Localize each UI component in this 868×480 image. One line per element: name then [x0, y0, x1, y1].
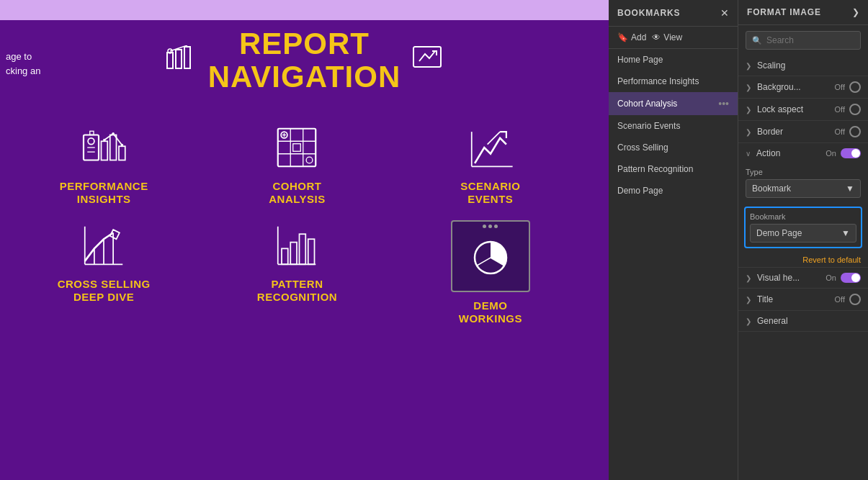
svg-point-6 — [88, 138, 94, 145]
bookmark-dropdown-arrow: ▼ — [841, 228, 850, 238]
background-row[interactable]: ❯ Backgrou... Off — [738, 76, 868, 98]
bookmarks-view-button[interactable]: 👁 View — [652, 32, 682, 42]
nav-item-performance-insights[interactable]: PERFORMANCE INSIGHTS — [14, 122, 193, 206]
bookmarks-list: Home Page Performance Insights Cohort An… — [609, 49, 738, 480]
action-row[interactable]: ∨ Action On — [738, 143, 868, 163]
type-section: Type Bookmark ▼ — [738, 163, 868, 202]
bookmark-dropdown[interactable]: Demo Page ▼ — [750, 224, 856, 243]
action-toggle[interactable] — [841, 148, 861, 158]
nav-item-demo-workings[interactable]: DEMO WORKINGS — [401, 220, 580, 325]
svg-rect-36 — [282, 249, 288, 265]
general-chevron: ❯ — [746, 317, 751, 325]
svg-rect-2 — [184, 47, 190, 68]
lock-aspect-row[interactable]: ❯ Lock aspect Off — [738, 99, 868, 120]
visual-header-toggle[interactable] — [841, 273, 861, 283]
visual-header-label: Visual he... — [757, 273, 821, 283]
title-toggle[interactable] — [849, 294, 861, 305]
search-icon: 🔍 — [752, 36, 762, 45]
title-chevron: ❯ — [746, 296, 751, 304]
border-toggle[interactable] — [849, 126, 861, 137]
bookmark-item-demo[interactable]: Demo Page — [609, 180, 738, 201]
cohort-dots: ••• — [718, 98, 729, 109]
bg-toggle[interactable] — [849, 81, 861, 93]
title-value: Off — [835, 295, 845, 304]
header-section: REPORT NAVIGATION — [0, 20, 609, 94]
title-row[interactable]: ❯ Title Off — [738, 289, 868, 310]
visual-header-chevron: ❯ — [746, 274, 751, 282]
bookmarks-actions: 🔖 Add 👁 View — [609, 27, 738, 49]
bookmark-item-performance[interactable]: Performance Insights — [609, 71, 738, 92]
svg-rect-16 — [278, 129, 316, 167]
bookmarks-header: BOOKMARKS ✕ — [609, 0, 738, 27]
visual-header-section: ❯ Visual he... On — [738, 268, 868, 289]
format-chevron-icon: ❯ — [852, 7, 859, 17]
nav-grid: PERFORMANCE INSIGHTS COHORT ANALYSIS — [0, 101, 609, 332]
background-section: ❯ Backgrou... Off — [738, 76, 868, 99]
bookmarks-add-button[interactable]: 🔖 Add — [617, 32, 646, 42]
scaling-section: ❯ Scaling — [738, 55, 868, 76]
nav-item-cohort-analysis[interactable]: COHORT ANALYSIS — [207, 122, 386, 206]
demo-box-header — [452, 225, 529, 228]
border-row[interactable]: ❯ Border Off — [738, 121, 868, 142]
lock-chevron: ❯ — [746, 106, 751, 114]
format-panel-title: FORMAT IMAGE — [747, 7, 821, 17]
visual-header-row[interactable]: ❯ Visual he... On — [738, 268, 868, 288]
demo-box — [451, 220, 530, 292]
visual-header-value: On — [826, 273, 836, 282]
format-panel-header: FORMAT IMAGE ❯ — [738, 0, 868, 25]
svg-rect-24 — [293, 144, 301, 152]
lock-aspect-section: ❯ Lock aspect Off — [738, 99, 868, 121]
title-label: Title — [757, 294, 831, 304]
nav-item-cross-selling[interactable]: CROSS SELLING DEEP DIVE — [14, 220, 193, 325]
scaling-row[interactable]: ❯ Scaling — [738, 55, 868, 76]
general-row[interactable]: ❯ General — [738, 311, 868, 331]
svg-point-25 — [307, 158, 313, 164]
svg-point-13 — [103, 139, 106, 142]
bookmark-item-home[interactable]: Home Page — [609, 49, 738, 71]
type-dropdown[interactable]: Bookmark ▼ — [746, 179, 861, 198]
svg-rect-37 — [291, 243, 297, 265]
type-dropdown-arrow: ▼ — [846, 184, 854, 194]
action-value: On — [826, 149, 836, 158]
bg-label: Backgrou... — [757, 82, 831, 92]
svg-rect-10 — [102, 142, 108, 160]
lock-toggle[interactable] — [849, 104, 861, 115]
bookmark-item-cohort[interactable]: Cohort Analysis ••• — [609, 92, 738, 115]
bg-chevron: ❯ — [746, 83, 751, 91]
nav-label-cross-selling: CROSS SELLING DEEP DIVE — [58, 278, 151, 304]
border-label: Border — [757, 127, 831, 137]
general-label: General — [757, 316, 861, 326]
search-input[interactable] — [766, 35, 854, 45]
general-section: ❯ General — [738, 311, 868, 332]
bookmarks-title: BOOKMARKS — [617, 8, 680, 18]
border-value: Off — [835, 127, 845, 136]
lock-value: Off — [835, 105, 845, 114]
header-icon-right — [412, 45, 442, 76]
format-panel: FORMAT IMAGE ❯ 🔍 ❯ Scaling ❯ Backgrou...… — [738, 0, 868, 480]
action-section: ∨ Action On Type Bookmark ▼ Bookmark D — [738, 143, 868, 268]
bookmarks-close-button[interactable]: ✕ — [720, 7, 729, 19]
revert-link[interactable]: Revert to default — [738, 253, 868, 267]
svg-marker-30 — [110, 230, 120, 240]
svg-rect-38 — [300, 235, 306, 265]
border-chevron: ❯ — [746, 128, 751, 136]
nav-label-cohort: COHORT ANALYSIS — [269, 180, 325, 206]
type-label: Type — [746, 168, 861, 176]
search-box[interactable]: 🔍 — [746, 31, 861, 50]
view-icon: 👁 — [652, 32, 661, 42]
bookmark-item-cross-selling[interactable]: Cross Selling — [609, 137, 738, 158]
nav-item-pattern-recognition[interactable]: PATTERN RECOGNITION — [207, 220, 386, 325]
tooltip-text: age to cking an — [0, 47, 46, 81]
bookmarks-panel: BOOKMARKS ✕ 🔖 Add 👁 View Home Page Perfo… — [609, 0, 738, 480]
title-section: ❯ Title Off — [738, 289, 868, 311]
bookmark-item-scenario[interactable]: Scenario Events — [609, 115, 738, 137]
scaling-chevron: ❯ — [746, 62, 751, 70]
right-panels: BOOKMARKS ✕ 🔖 Add 👁 View Home Page Perfo… — [609, 0, 868, 480]
nav-label-pattern: PATTERN RECOGNITION — [257, 278, 337, 304]
header-icon-left — [166, 45, 197, 76]
nav-item-scenario-events[interactable]: SCENARIO EVENTS — [401, 122, 580, 206]
bookmark-item-pattern[interactable]: Pattern Recognition — [609, 158, 738, 180]
bookmark-section: Bookmark Demo Page ▼ — [744, 207, 862, 248]
scaling-label: Scaling — [757, 60, 861, 71]
svg-rect-11 — [110, 135, 117, 160]
